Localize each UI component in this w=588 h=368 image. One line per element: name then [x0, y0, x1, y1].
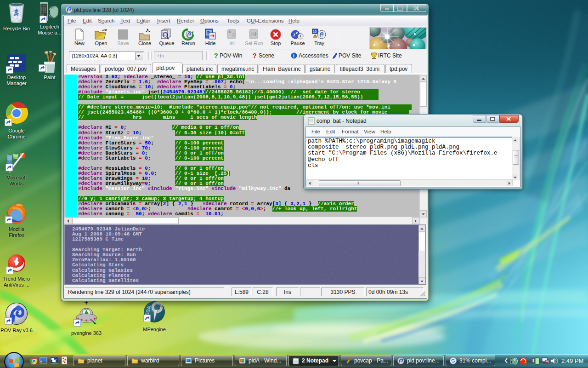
svg-text:z: z: [296, 31, 298, 35]
svg-text:10: 10: [313, 30, 317, 33]
svg-text:i: i: [293, 53, 294, 58]
